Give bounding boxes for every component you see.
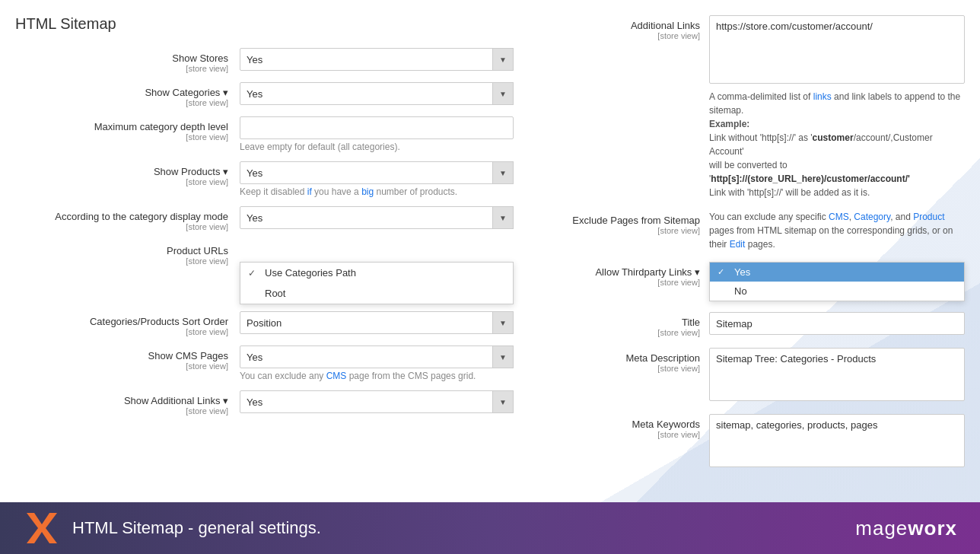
form-row-sort-order: Categories/Products Sort Order [store vi… bbox=[15, 311, 533, 336]
select-show-products-wrapper[interactable]: Yes No ▼ bbox=[240, 161, 514, 184]
control-show-additional: Yes No ▼ bbox=[240, 390, 533, 413]
label-show-categories: Show Categories ▾ [store view] bbox=[15, 82, 240, 107]
main-content: HTML Sitemap Show Stores [store view] Ye… bbox=[0, 0, 980, 492]
input-title[interactable] bbox=[709, 312, 965, 335]
label-show-products: Show Products ▾ [store view] bbox=[15, 161, 240, 186]
form-row-show-cms: Show CMS Pages [store view] Yes No ▼ You… bbox=[15, 345, 533, 381]
additional-links-note: A comma-delimited list of links and link… bbox=[709, 90, 965, 199]
exclude-pages-note: You can exclude any specific CMS, Catego… bbox=[709, 210, 965, 251]
right-label-title: Title [store view] bbox=[563, 312, 700, 337]
right-control-meta-description: Sitemap Tree: Categories - Products bbox=[709, 348, 965, 403]
footer-brand: mageworx bbox=[855, 517, 957, 540]
select-show-stores[interactable]: Yes No bbox=[240, 48, 514, 71]
form-row-category-display: According to the category display mode [… bbox=[15, 206, 533, 231]
select-show-cms-wrapper[interactable]: Yes No ▼ bbox=[240, 345, 514, 368]
dropdown-item-root[interactable]: Root bbox=[240, 283, 513, 304]
right-control-exclude-pages: You can exclude any specific CMS, Catego… bbox=[709, 210, 965, 251]
page-wrapper: HTML Sitemap Show Stores [store view] Ye… bbox=[0, 0, 980, 554]
select-category-display[interactable]: Yes No bbox=[240, 206, 514, 229]
right-row-exclude-pages: Exclude Pages from Sitemap [store view] … bbox=[563, 210, 965, 251]
select-category-display-wrapper[interactable]: Yes No ▼ bbox=[240, 206, 514, 229]
right-control-thirdparty: ✓ Yes No bbox=[709, 262, 965, 301]
thirdparty-item-yes[interactable]: ✓ Yes bbox=[710, 263, 964, 282]
hint-show-cms: You can exclude any CMS page from the CM… bbox=[240, 371, 533, 381]
control-category-display: Yes No ▼ bbox=[240, 206, 533, 229]
control-show-categories: Yes No ▼ bbox=[240, 82, 533, 105]
select-show-categories-wrapper[interactable]: Yes No ▼ bbox=[240, 82, 514, 105]
control-max-depth: Leave empty for default (all categories)… bbox=[240, 116, 533, 152]
select-show-additional-wrapper[interactable]: Yes No ▼ bbox=[240, 390, 514, 413]
right-control-additional-links: https://store.com/customer/account/ A co… bbox=[709, 15, 965, 199]
svg-marker-0 bbox=[27, 513, 57, 543]
label-show-additional: Show Additional Links ▾ [store view] bbox=[15, 390, 240, 416]
left-column: HTML Sitemap Show Stores [store view] Ye… bbox=[15, 11, 533, 480]
right-row-meta-description: Meta Description [store view] Sitemap Tr… bbox=[563, 348, 965, 403]
right-label-additional-links: Additional Links [store view] bbox=[563, 15, 700, 40]
thirdparty-item-no[interactable]: No bbox=[710, 282, 964, 301]
label-sort-order: Categories/Products Sort Order [store vi… bbox=[15, 311, 240, 336]
hint-max-depth: Leave empty for default (all categories)… bbox=[240, 142, 533, 152]
check-yes: ✓ bbox=[718, 267, 730, 277]
right-control-meta-keywords: sitemap, categories, products, pages bbox=[709, 414, 965, 470]
footer-bar: HTML Sitemap - general settings. magewor… bbox=[0, 502, 980, 554]
form-row-show-additional: Show Additional Links ▾ [store view] Yes… bbox=[15, 390, 533, 416]
control-show-cms: Yes No ▼ You can exclude any CMS page fr… bbox=[240, 345, 533, 381]
right-column: Additional Links [store view] https://st… bbox=[563, 11, 965, 480]
checkmark-root bbox=[248, 288, 260, 299]
right-row-meta-keywords: Meta Keywords [store view] sitemap, cate… bbox=[563, 414, 965, 470]
right-label-exclude-pages: Exclude Pages from Sitemap [store view] bbox=[563, 210, 700, 235]
form-row-show-stores: Show Stores [store view] Yes No ▼ bbox=[15, 48, 533, 73]
form-row-show-products: Show Products ▾ [store view] Yes No ▼ Ke… bbox=[15, 161, 533, 197]
label-max-depth: Maximum category depth level [store view… bbox=[15, 116, 240, 142]
input-max-depth[interactable] bbox=[240, 116, 514, 139]
right-row-thirdparty: Allow Thirdparty Links ▾ [store view] ✓ … bbox=[563, 262, 965, 301]
right-label-thirdparty: Allow Thirdparty Links ▾ [store view] bbox=[563, 262, 700, 287]
page-title: HTML Sitemap bbox=[15, 15, 533, 33]
select-sort-order[interactable]: Position Name Price bbox=[240, 311, 514, 334]
textarea-meta-description[interactable]: Sitemap Tree: Categories - Products bbox=[709, 348, 965, 401]
select-sort-order-wrapper[interactable]: Position Name Price ▼ bbox=[240, 311, 514, 334]
thirdparty-label-no: No bbox=[734, 285, 747, 297]
right-label-meta-keywords: Meta Keywords [store view] bbox=[563, 414, 700, 439]
control-show-products: Yes No ▼ Keep it disabled if you have a … bbox=[240, 161, 533, 197]
footer-logo-x bbox=[23, 509, 61, 547]
footer-text: HTML Sitemap - general settings. bbox=[72, 518, 321, 538]
label-category-display: According to the category display mode [… bbox=[15, 206, 240, 231]
dropdown-label-root: Root bbox=[265, 288, 285, 299]
thirdparty-dropdown[interactable]: ✓ Yes No bbox=[709, 262, 965, 301]
label-show-cms: Show CMS Pages [store view] bbox=[15, 345, 240, 371]
product-urls-dropdown[interactable]: ✓ Use Categories Path Root bbox=[240, 262, 514, 304]
form-row-max-depth: Maximum category depth level [store view… bbox=[15, 116, 533, 152]
textarea-additional-links[interactable]: https://store.com/customer/account/ bbox=[709, 15, 965, 84]
control-show-stores: Yes No ▼ bbox=[240, 48, 533, 71]
textarea-meta-keywords[interactable]: sitemap, categories, products, pages bbox=[709, 414, 965, 467]
dropdown-item-use-categories-path[interactable]: ✓ Use Categories Path bbox=[240, 263, 513, 283]
footer-brand-worx: worx bbox=[908, 517, 957, 540]
checkmark-use-categories-path: ✓ bbox=[248, 268, 260, 279]
right-row-title: Title [store view] bbox=[563, 312, 965, 337]
hint-show-products: Keep it disabled if you have a big numbe… bbox=[240, 186, 533, 197]
select-show-stores-wrapper[interactable]: Yes No ▼ bbox=[240, 48, 514, 71]
form-row-product-urls: Product URLs [store view] ✓ Use Categori… bbox=[15, 240, 533, 266]
right-label-meta-description: Meta Description [store view] bbox=[563, 348, 700, 373]
select-show-cms[interactable]: Yes No bbox=[240, 345, 514, 368]
label-product-urls: Product URLs [store view] bbox=[15, 240, 240, 266]
check-no bbox=[718, 287, 730, 296]
select-show-categories[interactable]: Yes No bbox=[240, 82, 514, 105]
dropdown-label-use-categories-path: Use Categories Path bbox=[265, 267, 356, 279]
select-show-products[interactable]: Yes No bbox=[240, 161, 514, 184]
right-control-title bbox=[709, 312, 965, 335]
label-show-stores: Show Stores [store view] bbox=[15, 48, 240, 73]
control-sort-order: Position Name Price ▼ bbox=[240, 311, 533, 334]
select-show-additional[interactable]: Yes No bbox=[240, 390, 514, 413]
form-row-show-categories: Show Categories ▾ [store view] Yes No ▼ bbox=[15, 82, 533, 107]
right-row-additional-links: Additional Links [store view] https://st… bbox=[563, 15, 965, 199]
thirdparty-label-yes: Yes bbox=[734, 266, 750, 278]
footer-brand-mage: mage bbox=[855, 517, 908, 540]
